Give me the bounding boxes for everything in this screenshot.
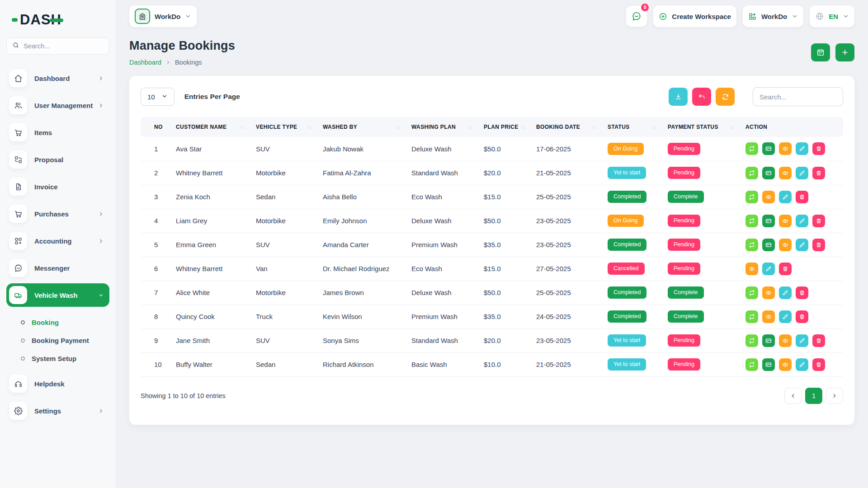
sort-arrows-icon[interactable]: ↑↓ — [468, 125, 472, 130]
payment-status-cell: Pending — [668, 209, 745, 233]
edit-action-button[interactable] — [796, 142, 808, 155]
reset-button[interactable] — [692, 88, 711, 106]
sidebar-item-messenger[interactable]: Messenger — [6, 256, 109, 280]
export-button[interactable] — [669, 88, 688, 106]
column-header-booking-date[interactable]: BOOKING DATE↑↓ — [536, 117, 608, 137]
view-action-button[interactable] — [745, 263, 758, 275]
edit-action-button[interactable] — [796, 239, 808, 251]
action-cell — [745, 209, 843, 233]
delete-action-button[interactable] — [779, 263, 792, 275]
column-header-plan-price[interactable]: PLAN PRICE↑↓ — [484, 117, 536, 137]
sidebar-item-helpdesk[interactable]: Helpdesk — [6, 372, 109, 395]
sidebar-subitem-booking-payment[interactable]: Booking Payment — [21, 331, 109, 349]
view-action-button[interactable] — [762, 310, 775, 323]
sort-arrows-icon[interactable]: ↑↓ — [592, 125, 596, 130]
payment-action-button[interactable] — [762, 215, 775, 227]
rebook-action-button[interactable] — [745, 167, 758, 179]
next-page-button[interactable] — [826, 388, 843, 404]
sort-arrows-icon[interactable]: ↑↓ — [730, 125, 734, 130]
column-header-washed-by[interactable]: WASHED BY↑↓ — [323, 117, 411, 137]
sidebar-item-accounting[interactable]: Accounting — [6, 229, 109, 253]
delete-action-button[interactable] — [812, 334, 825, 347]
rebook-action-button[interactable] — [745, 286, 758, 299]
view-action-button[interactable] — [779, 334, 792, 347]
sidebar-item-purchases[interactable]: Purchases — [6, 202, 109, 225]
create-workspace-button[interactable]: Create Workspace — [653, 5, 736, 27]
edit-action-button[interactable] — [779, 191, 792, 203]
view-action-button[interactable] — [779, 215, 792, 227]
column-header-washing-plan[interactable]: WASHING PLAN↑↓ — [411, 117, 484, 137]
refresh-button[interactable] — [716, 88, 735, 106]
sidebar-item-vehicle-wash[interactable]: Vehicle Wash — [6, 283, 109, 307]
sidebar-item-dashboard[interactable]: Dashboard — [6, 66, 109, 90]
column-header-customer-name[interactable]: CUSTOMER NAME↑↓ — [176, 117, 256, 137]
add-booking-button[interactable] — [835, 43, 854, 61]
sidebar-item-user-management[interactable]: User Management — [6, 94, 109, 117]
payment-action-button[interactable] — [762, 167, 775, 179]
language-selector[interactable]: EN — [810, 5, 854, 27]
workdo-menu-button[interactable]: WorkDo — [743, 5, 803, 27]
delete-action-button[interactable] — [812, 167, 825, 179]
edit-action-button[interactable] — [762, 263, 775, 275]
view-action-button[interactable] — [762, 191, 775, 203]
payment-action-button[interactable] — [762, 142, 775, 155]
edit-action-button[interactable] — [796, 358, 808, 371]
rebook-action-button[interactable] — [745, 215, 758, 227]
breadcrumb-dashboard-link[interactable]: Dashboard — [129, 59, 161, 66]
edit-action-button[interactable] — [796, 167, 808, 179]
sort-arrows-icon[interactable]: ↑↓ — [307, 125, 311, 130]
payment-status-badge: Pending — [668, 215, 700, 227]
delete-action-button[interactable] — [796, 191, 808, 203]
rebook-action-button[interactable] — [745, 142, 758, 155]
messages-button[interactable]: 0 — [626, 6, 647, 27]
view-action-button[interactable] — [762, 286, 775, 299]
rebook-action-button[interactable] — [745, 239, 758, 251]
calendar-view-button[interactable] — [811, 43, 830, 61]
sidebar-search-input[interactable] — [24, 42, 104, 50]
cart-icon — [9, 205, 27, 223]
rebook-action-button[interactable] — [745, 334, 758, 347]
workspace-switcher[interactable]: WorkDo — [129, 5, 197, 27]
column-header-payment-status[interactable]: PAYMENT STATUS↑↓ — [668, 117, 745, 137]
rebook-action-button[interactable] — [745, 358, 758, 371]
sidebar-item-label: User Management — [34, 102, 98, 109]
delete-action-button[interactable] — [812, 215, 825, 227]
table-search-input[interactable] — [753, 87, 843, 106]
sort-arrows-icon[interactable]: ↑↓ — [396, 125, 400, 130]
previous-page-button[interactable] — [784, 388, 802, 404]
view-action-button[interactable] — [779, 239, 792, 251]
delete-action-button[interactable] — [812, 239, 825, 251]
sort-arrows-icon[interactable]: ↑↓ — [241, 125, 244, 130]
sort-arrows-icon[interactable]: ↑↓ — [521, 125, 524, 130]
edit-action-button[interactable] — [796, 215, 808, 227]
status-badge: Completed — [608, 310, 646, 323]
eye-icon — [782, 145, 788, 152]
payment-action-button[interactable] — [762, 334, 775, 347]
entries-per-page-select[interactable]: 10 — [141, 88, 175, 106]
sidebar-subitem-system-setup[interactable]: System Setup — [21, 349, 109, 367]
rebook-action-button[interactable] — [745, 191, 758, 203]
edit-action-button[interactable] — [796, 334, 808, 347]
sidebar-item-settings[interactable]: Settings — [6, 399, 109, 422]
sidebar-item-items[interactable]: Items — [6, 121, 109, 144]
payment-status-cell: Complete — [668, 305, 745, 328]
view-action-button[interactable] — [779, 142, 792, 155]
sort-arrows-icon[interactable]: ↑↓ — [652, 125, 656, 130]
delete-action-button[interactable] — [796, 286, 808, 299]
delete-action-button[interactable] — [796, 310, 808, 323]
payment-action-button[interactable] — [762, 239, 775, 251]
payment-action-button[interactable] — [762, 358, 775, 371]
column-header-vehicle-type[interactable]: VEHICLE TYPE↑↓ — [256, 117, 323, 137]
edit-action-button[interactable] — [779, 310, 792, 323]
page-1-button[interactable]: 1 — [805, 388, 822, 404]
sidebar-item-proposal[interactable]: Proposal — [6, 148, 109, 171]
column-header-status[interactable]: STATUS↑↓ — [608, 117, 668, 137]
delete-action-button[interactable] — [812, 142, 825, 155]
view-action-button[interactable] — [779, 358, 792, 371]
edit-action-button[interactable] — [779, 286, 792, 299]
sidebar-item-invoice[interactable]: Invoice — [6, 175, 109, 198]
view-action-button[interactable] — [779, 167, 792, 179]
rebook-action-button[interactable] — [745, 310, 758, 323]
sidebar-subitem-booking[interactable]: Booking — [21, 313, 109, 331]
delete-action-button[interactable] — [812, 358, 825, 371]
